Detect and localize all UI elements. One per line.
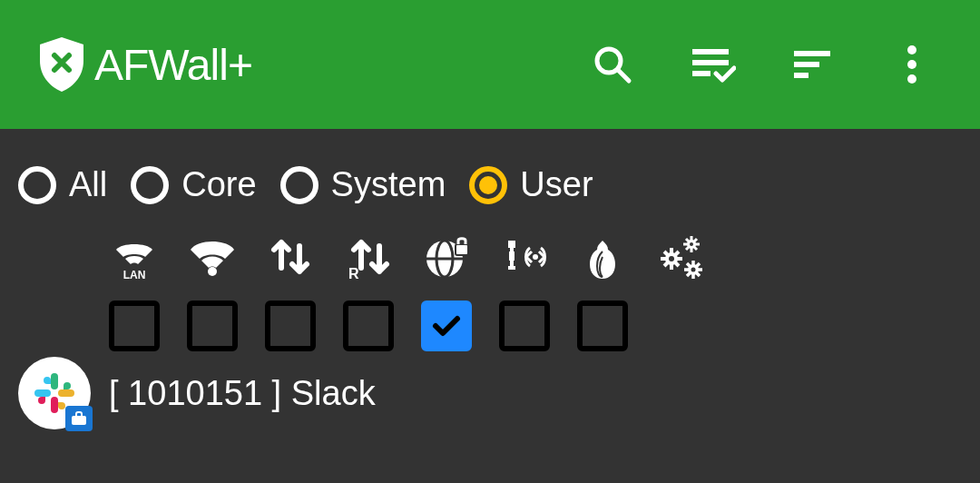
app-row[interactable]: [ 1010151 ] Slack [18,351,962,429]
svg-rect-32 [72,416,86,425]
svg-rect-18 [509,251,514,261]
app-icon [18,357,91,429]
search-icon [591,43,634,86]
checkbox-roaming[interactable] [343,301,394,351]
search-button[interactable] [563,28,662,101]
app-label: [ 1010151 ] Slack [109,374,376,413]
checkbox-lan[interactable] [109,301,160,351]
select-all-button[interactable] [662,28,762,101]
wifi-icon [187,232,238,282]
app-list: LAN R [0,232,980,429]
svg-rect-20 [514,244,515,248]
roaming-icon: R [343,232,394,282]
svg-rect-31 [34,389,51,397]
radio-icon-selected [469,166,507,204]
svg-point-21 [533,254,538,260]
svg-point-9 [907,60,916,69]
app-title: AFWall+ [94,40,252,90]
svg-rect-17 [456,244,468,255]
filter-option-all[interactable]: All [18,165,107,204]
tor-icon [577,232,628,282]
filter-option-core[interactable]: Core [131,165,256,204]
vpn-icon [421,232,472,282]
filter-option-user[interactable]: User [469,165,593,204]
mobile-data-icon [265,232,316,282]
svg-text:LAN: LAN [123,269,146,281]
svg-line-1 [618,70,629,81]
svg-point-23 [690,242,693,246]
svg-rect-28 [51,373,58,389]
checkbox-vpn[interactable] [421,301,472,351]
filter-option-system[interactable]: System [280,165,446,204]
svg-point-10 [907,74,916,84]
radio-label: System [331,165,446,204]
filter-row: All Core System User [0,129,980,232]
overflow-menu-button[interactable] [862,28,962,101]
check-icon [428,308,465,344]
checkbox-row [18,301,962,351]
radio-label: User [520,165,593,204]
app-logo: AFWall+ [36,35,252,94]
radio-icon [280,166,318,204]
sort-icon [790,46,834,83]
settings-icon [655,232,706,282]
svg-rect-29 [58,389,74,397]
playlist-check-icon [689,44,736,84]
checkbox-tether[interactable] [499,301,550,351]
radio-icon [131,166,169,204]
toolbar: AFWall+ [0,0,980,129]
svg-point-12 [208,267,217,276]
svg-rect-19 [508,244,510,248]
more-vert-icon [906,44,917,84]
svg-text:R: R [348,266,359,281]
radio-label: Core [181,165,256,204]
sort-button[interactable] [762,28,862,101]
svg-point-8 [907,45,916,54]
work-profile-badge-icon [65,406,93,431]
radio-icon [18,166,56,204]
checkbox-wifi[interactable] [187,301,238,351]
radio-label: All [69,165,107,204]
svg-point-27 [691,268,696,272]
checkbox-tor[interactable] [577,301,628,351]
svg-point-25 [669,256,674,261]
checkbox-mobile-data[interactable] [265,301,316,351]
lan-icon: LAN [109,232,160,282]
shield-icon [36,35,87,94]
svg-rect-30 [51,397,58,413]
tether-icon [499,232,550,282]
network-header-row: LAN R [18,232,962,282]
